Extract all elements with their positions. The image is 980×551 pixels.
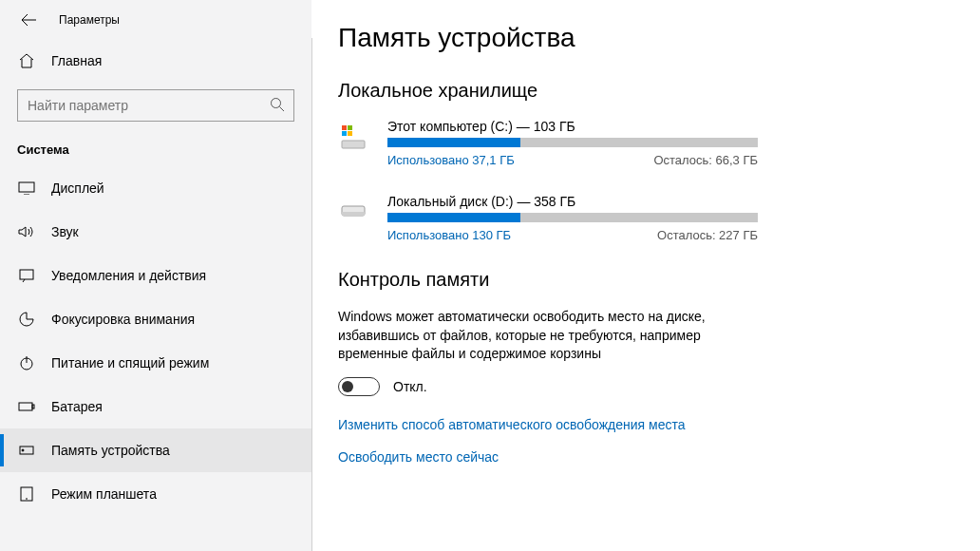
- nav-label: Фокусировка внимания: [51, 312, 195, 327]
- drive-body: Этот компьютер (C:) — 103 ГБ Использован…: [387, 119, 758, 167]
- nav-label: Дисплей: [51, 180, 104, 196]
- nav-label: Уведомления и действия: [51, 268, 206, 283]
- link-change-auto[interactable]: Изменить способ автоматического освобожд…: [338, 417, 980, 432]
- usage-fill: [387, 213, 520, 222]
- svg-rect-5: [32, 405, 34, 408]
- hdd-icon: [338, 196, 370, 228]
- sound-icon: [17, 225, 36, 238]
- usage-bar: [387, 138, 758, 147]
- drive-used: Использовано 130 ГБ: [387, 228, 511, 242]
- svg-rect-10: [348, 125, 352, 130]
- home-nav[interactable]: Главная: [0, 40, 311, 82]
- drive-body: Локальный диск (D:) — 358 ГБ Использован…: [387, 194, 758, 242]
- nav-label: Звук: [51, 224, 79, 239]
- focus-icon: [17, 312, 36, 327]
- display-icon: [17, 181, 36, 195]
- svg-rect-2: [20, 270, 33, 279]
- drive-title: Этот компьютер (C:) — 103 ГБ: [387, 119, 758, 134]
- arrow-left-icon: [21, 13, 36, 27]
- nav-item-tablet[interactable]: Режим планшета: [0, 472, 311, 516]
- search-wrap: [17, 89, 294, 122]
- search-icon: [270, 97, 285, 112]
- sidebar: Параметры Главная Система Дисплей Звук У…: [0, 0, 311, 551]
- drive-meta: Использовано 130 ГБ Осталось: 227 ГБ: [387, 228, 758, 242]
- tablet-icon: [17, 486, 36, 502]
- nav-item-power[interactable]: Питание и спящий режим: [0, 341, 311, 385]
- toggle-row: Откл.: [338, 377, 980, 396]
- nav-item-storage[interactable]: Память устройства: [0, 428, 311, 472]
- nav-label: Режим планшета: [51, 486, 157, 502]
- nav-item-display[interactable]: Дисплей: [0, 166, 311, 210]
- main-content: Память устройства Локальное хранилище Эт…: [311, 0, 980, 551]
- usage-bar: [387, 213, 758, 222]
- battery-icon: [17, 401, 36, 412]
- nav-label: Батарея: [51, 399, 103, 414]
- sense-description: Windows может автоматически освободить м…: [338, 308, 727, 364]
- drive-remain: Осталось: 227 ГБ: [657, 228, 758, 242]
- nav-list: Дисплей Звук Уведомления и действия Фоку…: [0, 166, 311, 516]
- svg-rect-1: [19, 182, 34, 192]
- link-free-now[interactable]: Освободить место сейчас: [338, 449, 980, 465]
- notifications-icon: [17, 269, 36, 282]
- toggle-knob: [342, 381, 353, 392]
- drive-remain: Осталось: 66,3 ГБ: [653, 153, 758, 167]
- group-label: Система: [17, 142, 311, 157]
- svg-rect-11: [342, 131, 347, 136]
- search-input[interactable]: [17, 89, 294, 122]
- windows-drive-icon: [338, 121, 370, 153]
- nav-label: Память устройства: [51, 443, 170, 458]
- home-icon: [17, 53, 36, 68]
- nav-label: Питание и спящий режим: [51, 355, 209, 370]
- back-button[interactable]: [19, 10, 38, 29]
- page-title: Память устройства: [338, 23, 980, 53]
- power-icon: [17, 355, 36, 370]
- storage-sense-toggle[interactable]: [338, 377, 380, 396]
- svg-point-0: [272, 99, 281, 108]
- nav-item-sound[interactable]: Звук: [0, 210, 311, 254]
- usage-fill: [387, 138, 520, 147]
- titlebar: Параметры: [0, 0, 311, 40]
- svg-rect-15: [342, 212, 365, 216]
- svg-point-7: [22, 449, 24, 451]
- svg-rect-4: [19, 403, 32, 410]
- drive-title: Локальный диск (D:) — 358 ГБ: [387, 194, 758, 209]
- window-title: Параметры: [59, 13, 120, 27]
- sense-heading: Контроль памяти: [338, 269, 980, 291]
- toggle-label: Откл.: [393, 379, 427, 394]
- svg-rect-9: [342, 125, 347, 130]
- home-label: Главная: [51, 53, 102, 68]
- storage-heading: Локальное хранилище: [338, 80, 980, 102]
- nav-item-focus[interactable]: Фокусировка внимания: [0, 297, 311, 341]
- nav-item-battery[interactable]: Батарея: [0, 385, 311, 428]
- storage-icon: [17, 445, 36, 456]
- drive-meta: Использовано 37,1 ГБ Осталось: 66,3 ГБ: [387, 153, 758, 167]
- svg-rect-12: [348, 131, 352, 136]
- drive-c[interactable]: Этот компьютер (C:) — 103 ГБ Использован…: [338, 119, 980, 167]
- nav-item-notifications[interactable]: Уведомления и действия: [0, 254, 311, 297]
- svg-rect-13: [342, 141, 365, 148]
- drive-used: Использовано 37,1 ГБ: [387, 153, 515, 167]
- divider: [311, 38, 312, 551]
- drive-d[interactable]: Локальный диск (D:) — 358 ГБ Использован…: [338, 194, 980, 242]
